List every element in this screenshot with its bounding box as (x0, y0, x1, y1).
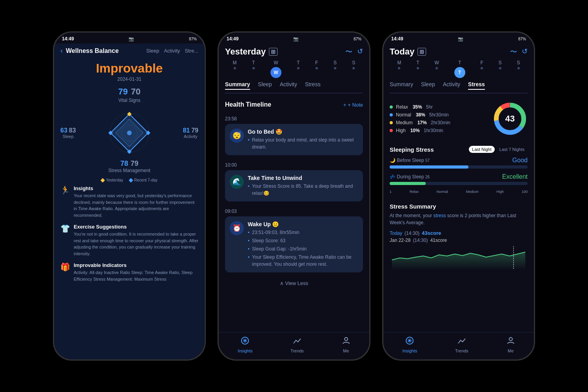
tab-sleep-2[interactable]: Sleep (258, 81, 272, 90)
phone-3: 14:49 📷 87% Today ⊞ 〜 ↺ (382, 31, 535, 361)
bottom-nav-2: Insights Trends Me (219, 332, 369, 359)
ht-note[interactable]: + + Note (343, 102, 363, 108)
exercise-icon: 👕 (60, 224, 70, 257)
tab-stress-2[interactable]: Stress (305, 81, 321, 90)
refresh-icon[interactable]: ↺ (357, 47, 363, 56)
tab-summary-2[interactable]: Summary (225, 81, 250, 90)
normal-dot (390, 113, 393, 116)
tab-activity-2[interactable]: Activity (280, 81, 297, 90)
activity-num1: 81 (183, 127, 190, 134)
relax-dot (390, 105, 393, 109)
me-nav-icon-3 (506, 336, 515, 347)
day-T2[interactable]: T (297, 60, 299, 78)
tab-sleep-3[interactable]: Sleep (421, 81, 435, 90)
day3-S2[interactable]: S (517, 60, 520, 78)
timeline-card-unwind: 🌊 Take Time to Unwind ● Your Stress Scor… (225, 170, 363, 201)
tab-activity-3[interactable]: Activity (443, 81, 460, 90)
day3-F[interactable]: F (480, 60, 483, 78)
p3-title: Today ⊞ (390, 47, 426, 57)
status-bar-3: 14:49 📷 87% (383, 33, 534, 44)
today-icon[interactable]: ⊞ (417, 48, 426, 56)
p3-tabs: Summary Sleep Activity Stress (390, 81, 528, 93)
day3-T2[interactable]: TT (454, 60, 465, 78)
refresh-icon-3[interactable]: ↺ (522, 47, 528, 56)
wakeup-gap: Sleep Goal Gap: -1hr5min (252, 245, 307, 252)
mini-chart (390, 246, 528, 270)
tab-sleep-1[interactable]: Sleep (146, 48, 159, 54)
legend-yesterday: Yesterday (101, 178, 123, 182)
vital-num2: 70 (131, 87, 140, 97)
me-nav-icon (342, 336, 350, 347)
status-time-3: 14:49 (391, 36, 403, 42)
medium-item: Medium 17% 2hr30min (390, 120, 450, 125)
tab-stress-3[interactable]: Stress (468, 81, 485, 90)
nav-trends-2[interactable]: Trends (290, 336, 304, 353)
today-score-row: Today (14:30) 43score (390, 230, 528, 236)
normal-label: Normal (396, 112, 411, 118)
normal-item: Normal 38% 5hr30min (390, 112, 450, 118)
week-score-row: Jan 22-28 (14:30) 41score (390, 238, 528, 243)
insights-list: 🏃 Insights Your recent state was very go… (60, 185, 198, 288)
nav-insights-2[interactable]: Insights (238, 336, 252, 353)
tab-stress-1[interactable]: Stre... (185, 48, 198, 54)
day-nav-2: M T WW T F S S (225, 60, 363, 78)
activity-num2: 79 (191, 127, 198, 134)
insights-nav-icon-3 (405, 336, 414, 347)
normal-pct: 38% (416, 112, 425, 118)
nav-trends-3[interactable]: Trends (455, 336, 468, 353)
yesterday-title: Yesterday (225, 47, 266, 57)
health-timeline-header: Health Timeline + + Note (225, 96, 363, 113)
p2-title: Yesterday ⊞ (225, 47, 278, 57)
plus-icon: + (343, 102, 347, 108)
back-icon-1[interactable]: ‹ (60, 47, 63, 55)
day-S1[interactable]: S (334, 60, 337, 78)
yesterday-icon[interactable]: ⊞ (269, 48, 278, 56)
tab-summary-3[interactable]: Summary (390, 81, 413, 90)
wakeup-note: Your Sleep Efficiency, Time Awake Ratio … (252, 254, 358, 268)
insights-icon: 🏃 (60, 185, 70, 218)
legend-recent: Recent 7-day (129, 178, 157, 182)
day3-M[interactable]: M (397, 60, 401, 78)
high-item: High 10% 1hr30min (390, 128, 450, 133)
nav-insights-3[interactable]: Insights (402, 336, 417, 353)
waveform-icon-3[interactable]: 〜 (510, 47, 517, 56)
p1-main: Improvable 2024-01-31 79 70 Vital Signs … (54, 58, 205, 359)
stress-legend: Relax 35% 5hr Normal 38% 5hr30min (390, 104, 450, 133)
day-W[interactable]: WW (270, 60, 281, 78)
time-1000: 10:00 (225, 162, 363, 168)
insights-nav-label: Insights (238, 348, 252, 353)
day3-S1[interactable]: S (499, 60, 502, 78)
status-icon-3: 📷 (458, 36, 463, 42)
unwind-title: Take Time to Unwind (248, 175, 358, 181)
scale-high: High (497, 190, 504, 194)
radar-section: 63 83 Sleep (60, 109, 198, 156)
wakeup-score: Sleep Score: 63 (252, 237, 285, 244)
day3-T1[interactable]: T (416, 60, 419, 78)
scale-1: 1 (390, 190, 392, 194)
p2-tabs: Summary Sleep Activity Stress (225, 81, 363, 93)
legend-yesterday-label: Yesterday (106, 178, 123, 182)
status-icons-3: 87% (518, 37, 526, 41)
radar-right: 81 79 Activity (183, 127, 198, 139)
day-T1[interactable]: T (252, 60, 255, 78)
nav-me-3[interactable]: Me (506, 336, 515, 353)
day3-W[interactable]: W (434, 60, 439, 78)
vital-signs: 79 70 Vital Signs (60, 87, 198, 103)
view-less-btn[interactable]: ∧ View Less (225, 276, 363, 290)
scale-normal: Normal (437, 190, 448, 194)
nav-me-2[interactable]: Me (342, 336, 350, 353)
tab-last-7-nights[interactable]: Last 7 Nights (496, 146, 528, 153)
tab-last-night[interactable]: Last Night (469, 146, 495, 153)
waveform-icon[interactable]: 〜 (345, 47, 352, 56)
insight-exercise: 👕 Exercise Suggestions You're not in goo… (60, 224, 198, 257)
svg-point-22 (409, 340, 410, 341)
status-icon-2: 📷 (293, 36, 299, 42)
day-M[interactable]: M (233, 60, 237, 78)
scale-100: 100 (522, 190, 528, 194)
day-F[interactable]: F (315, 60, 318, 78)
day-S2[interactable]: S (352, 60, 355, 78)
time-0903: 09:03 (225, 209, 363, 214)
battery-3: 87% (518, 37, 526, 41)
stress-mgmt: 78 79 Stress Management (60, 160, 198, 173)
tab-activity-1[interactable]: Activity (164, 48, 180, 54)
